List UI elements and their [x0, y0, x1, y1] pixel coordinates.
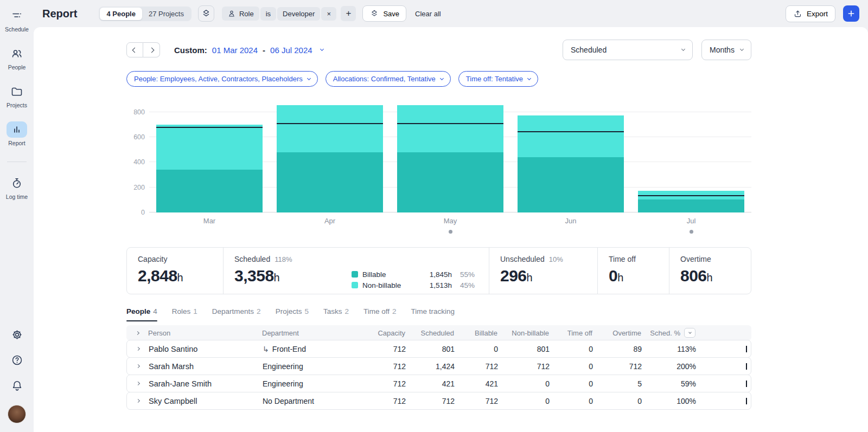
saved-views-button[interactable]: [198, 5, 214, 22]
department-cell: ↳Front-End: [263, 345, 366, 353]
table-row[interactable]: Pablo Santino ↳Front-End 712 801 0 801 0…: [126, 340, 751, 358]
chart-bar-jun[interactable]: [510, 101, 631, 212]
month-marker-dot[interactable]: [690, 230, 693, 234]
person-name[interactable]: Sarah-Jane Smith: [149, 379, 263, 388]
filter-pill[interactable]: Time off: Tentative: [458, 71, 538, 87]
overtime-card: Overtime 806h: [669, 248, 751, 294]
person-name[interactable]: Sarah Marsh: [149, 362, 263, 371]
people-icon: [7, 46, 27, 62]
start-date[interactable]: 01 Mar 2024: [212, 46, 258, 55]
utilization-bar: [699, 363, 752, 370]
upload-icon: [793, 9, 802, 18]
unscheduled-card: Unscheduled10% 296h: [489, 248, 597, 294]
sidebar-item-schedule[interactable]: Schedule: [5, 8, 29, 33]
sched-pct-options-button[interactable]: [684, 328, 695, 338]
user-avatar[interactable]: [8, 405, 26, 423]
range-chevron-icon[interactable]: [320, 47, 324, 51]
table-row[interactable]: Sarah Marsh ↳Engineering 712 1,424 712 7…: [126, 357, 751, 375]
chart-bar-may[interactable]: [390, 101, 510, 212]
tab[interactable]: Roles 1: [172, 305, 197, 321]
next-period-button[interactable]: [143, 42, 160, 57]
time-off-cell: 0: [553, 379, 596, 388]
chart-bar-mar[interactable]: [149, 101, 270, 212]
scheduled-cell: 712: [409, 397, 458, 405]
filter-value-chip[interactable]: Developer: [277, 7, 320, 21]
layers-icon: [369, 9, 379, 18]
filter-field-chip[interactable]: Role: [222, 7, 259, 21]
add-filter-button[interactable]: +: [341, 6, 356, 21]
clear-all-button[interactable]: Clear all: [415, 10, 441, 18]
overtime-cell: 712: [596, 362, 645, 371]
expand-row-icon[interactable]: [127, 382, 149, 385]
scheduled-value: 3,358h: [234, 267, 292, 285]
legend-item: Non-billable 1,513h 45%: [352, 281, 475, 289]
interval-select[interactable]: Months: [701, 40, 751, 60]
capacity-cell: 712: [366, 397, 409, 405]
export-button[interactable]: Export: [786, 5, 835, 22]
summary-row: Capacity 2,848h Scheduled118% 3,358h Bil…: [126, 247, 751, 294]
time-off-cell: 0: [553, 362, 596, 371]
person-name[interactable]: Pablo Santino: [149, 345, 263, 353]
filter-op-chip[interactable]: is: [260, 7, 276, 21]
chevron-down-icon: [527, 76, 531, 80]
table-row[interactable]: Sky Campbell ↳No Department 712 712 712 …: [126, 392, 751, 410]
people-scope-pill[interactable]: 4 People: [100, 8, 142, 20]
tab[interactable]: Projects 5: [276, 305, 309, 321]
tab[interactable]: Time off 2: [363, 305, 397, 321]
metric-select[interactable]: Scheduled: [563, 40, 693, 60]
chart-plot: [149, 101, 751, 212]
page-title: Report: [42, 8, 77, 20]
expand-all-icon[interactable]: [126, 332, 148, 334]
save-button[interactable]: Save: [362, 5, 406, 22]
filter-remove-button[interactable]: ×: [321, 7, 336, 21]
person-name[interactable]: Sky Campbell: [149, 397, 263, 405]
y-axis-tick: 0: [141, 209, 145, 216]
y-axis-tick: 400: [133, 158, 145, 166]
date-range: Custom: 01 Mar 2024 - 06 Jul 2024: [174, 46, 323, 55]
tab[interactable]: People 4: [126, 305, 157, 321]
table-header: Person Department Capacity Scheduled Bil…: [126, 325, 751, 340]
scheduled-cell: 1,424: [409, 362, 458, 371]
notifications-bell-icon[interactable]: [11, 379, 23, 392]
settings-gear-icon[interactable]: [11, 328, 23, 341]
capacity-line: [518, 131, 623, 132]
capacity-line: [277, 123, 382, 124]
table-row[interactable]: Sarah-Jane Smith ↳Engineering 712 421 42…: [126, 375, 751, 392]
filter-pill[interactable]: Allocations: Confirmed, Tentative: [326, 71, 451, 87]
sidebar-item-log-time[interactable]: Log time: [6, 175, 28, 200]
chart-bars: [149, 101, 751, 212]
filter-pill[interactable]: People: Employees, Active, Contractors, …: [126, 71, 318, 87]
expand-row-icon[interactable]: [127, 365, 149, 367]
tab[interactable]: Departments 2: [212, 305, 261, 321]
end-date[interactable]: 06 Jul 2024: [270, 46, 312, 55]
utilization-bar: [699, 381, 752, 387]
chart-bar-apr[interactable]: [270, 101, 390, 212]
non-billable-cell: 712: [501, 362, 553, 371]
capacity-cell: 712: [366, 362, 409, 371]
month-marker-dot[interactable]: [449, 230, 452, 234]
chart-yaxis: 0200400600800: [126, 101, 145, 212]
projects-scope-pill[interactable]: 27 Projects: [142, 8, 190, 20]
sidebar: Schedule People Projects Report: [0, 0, 34, 432]
sidebar-item-people[interactable]: People: [7, 46, 27, 70]
expand-row-icon[interactable]: [127, 399, 149, 402]
date-nav: [126, 42, 160, 57]
help-icon[interactable]: [11, 354, 23, 366]
chart-bar-jul[interactable]: [631, 101, 751, 212]
controls-row: Custom: 01 Mar 2024 - 06 Jul 2024 Schedu…: [126, 40, 751, 60]
chevron-down-icon: [681, 47, 685, 51]
billable-cell: 712: [458, 397, 501, 405]
chart-legend: Billable 1,845h 55% Non-billable 1,513h …: [352, 270, 475, 289]
tab[interactable]: Time tracking: [411, 305, 455, 321]
chevron-down-icon: [307, 76, 311, 80]
sidebar-item-projects[interactable]: Projects: [7, 83, 27, 108]
expand-row-icon[interactable]: [127, 347, 149, 350]
prev-period-button[interactable]: [126, 42, 143, 57]
non-billable-cell: 0: [501, 379, 553, 388]
scheduled-pct-badge: 118%: [275, 255, 292, 263]
capacity-tick: [746, 346, 747, 352]
tab[interactable]: Tasks 2: [323, 305, 349, 321]
layers-icon: [201, 8, 212, 19]
sidebar-item-report[interactable]: Report: [7, 121, 27, 146]
global-add-button[interactable]: [843, 5, 859, 22]
